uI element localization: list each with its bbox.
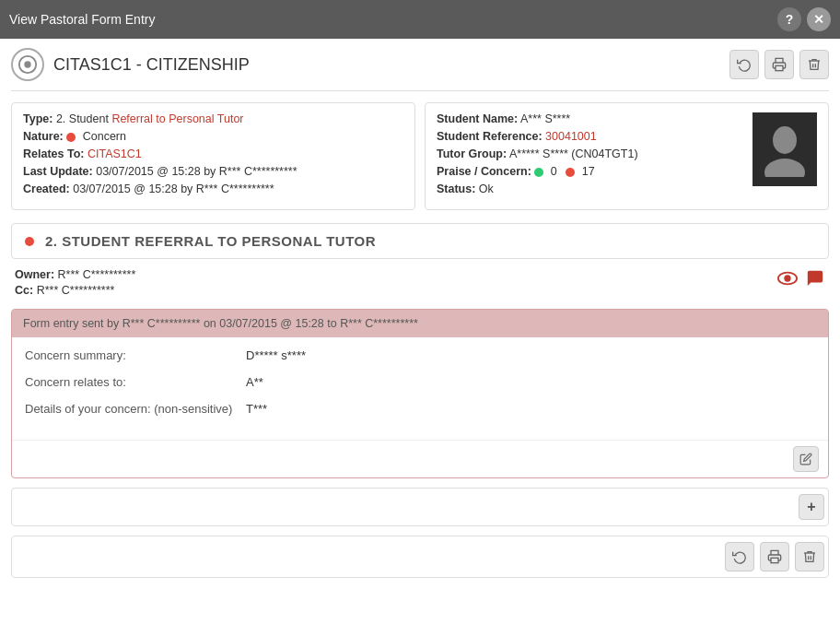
section-heading-text: 2. STUDENT REFERRAL TO PERSONAL TUTOR (45, 233, 376, 249)
owner-line: Owner: R*** C********** (15, 268, 135, 281)
owner-info: Owner: R*** C********** Cc: R*** C******… (15, 268, 135, 300)
created-value: 03/07/2015 @ 15:28 by R*** C********** (73, 183, 274, 195)
title-bar-title: View Pastoral Form Entry (9, 12, 155, 27)
bottom-history-button[interactable] (725, 542, 754, 571)
nature-value: Concern (83, 130, 126, 143)
history-button[interactable] (729, 50, 759, 79)
type-label: Type: (23, 112, 52, 125)
type-value: 2. Student Referral to Personal Tutor (56, 112, 244, 125)
owner-row: Owner: R*** C********** Cc: R*** C******… (11, 268, 829, 300)
tutor-group-label: Tutor Group: (437, 147, 507, 160)
type-link[interactable]: Referral to Personal Tutor (111, 112, 243, 125)
bottom-print-button[interactable] (760, 542, 789, 571)
owner-value: R*** C********** (58, 268, 136, 281)
info-panel-right-text: Student Name: A*** S**** Student Referen… (437, 112, 743, 200)
tutor-group-row: Tutor Group: A***** S**** (CN04TGT1) (437, 147, 743, 160)
print-button[interactable] (764, 50, 794, 79)
svg-point-7 (786, 277, 789, 280)
student-name-value: A*** S**** (520, 112, 570, 125)
info-panel-left: Type: 2. Student Referral to Personal Tu… (11, 102, 415, 210)
student-name-row: Student Name: A*** S**** (437, 112, 743, 125)
main-content: CITAS1C1 - CITIZENSHIP (0, 39, 840, 636)
svg-rect-8 (771, 558, 778, 562)
svg-point-3 (773, 126, 797, 154)
bottom-add-section: + (11, 488, 829, 526)
form-field-value-1: A** (246, 375, 263, 389)
title-bar-icons: ? ✕ (777, 7, 831, 31)
form-entry-header: Form entry sent by R*** C********** on 0… (12, 310, 828, 337)
praise-row: Praise / Concern: 0 17 (437, 165, 743, 178)
add-button[interactable]: + (799, 494, 824, 520)
praise-green-dot (534, 168, 543, 177)
bottom-toolbar (11, 536, 829, 578)
info-panels: Type: 2. Student Referral to Personal Tu… (11, 102, 829, 210)
bottom-delete-button[interactable] (795, 542, 824, 571)
tutor-group-value: A***** S**** (CN04TGT1) (509, 147, 638, 160)
form-field-label-1: Concern relates to: (25, 375, 246, 389)
relates-link[interactable]: CITAS1C1 (88, 147, 142, 160)
student-name-label: Student Name: (437, 112, 518, 125)
info-panel-right: Student Name: A*** S**** Student Referen… (425, 102, 829, 210)
svg-point-4 (764, 159, 805, 177)
relates-label: Relates To: (23, 147, 84, 160)
student-ref-value[interactable]: 30041001 (545, 130, 597, 143)
form-field-row-0: Concern summary: D***** s**** (25, 348, 815, 362)
status-value: Ok (479, 183, 494, 195)
cc-label: Cc: (15, 284, 33, 297)
owner-label: Owner: (15, 268, 54, 281)
student-photo (752, 112, 817, 186)
nature-row: Nature: Concern (23, 130, 403, 143)
lastupdate-value: 03/07/2015 @ 15:28 by R*** C********** (96, 165, 297, 178)
created-row: Created: 03/07/2015 @ 15:28 by R*** C***… (23, 183, 403, 195)
edit-button[interactable] (793, 446, 819, 472)
form-field-value-2: T*** (246, 402, 267, 416)
nature-dot (66, 133, 76, 142)
owner-icons (777, 268, 825, 291)
record-header-left: CITAS1C1 - CITIZENSHIP (11, 48, 250, 81)
svg-rect-2 (776, 65, 783, 70)
record-header: CITAS1C1 - CITIZENSHIP (11, 48, 829, 91)
status-row: Status: Ok (437, 183, 743, 195)
record-header-actions (729, 50, 829, 79)
cc-value: R*** C********** (37, 284, 115, 297)
form-field-row-2: Details of your concern: (non-sensitive)… (25, 402, 815, 416)
form-entry-box: Form entry sent by R*** C********** on 0… (11, 309, 829, 478)
record-icon (11, 48, 44, 81)
praise-label: Praise / Concern: (437, 165, 531, 178)
form-entry-footer (12, 440, 828, 477)
status-label: Status: (437, 183, 475, 195)
record-title: CITAS1C1 - CITIZENSHIP (53, 55, 250, 75)
relates-row: Relates To: CITAS1C1 (23, 147, 403, 160)
praise-red-dot (566, 168, 575, 177)
delete-button[interactable] (799, 50, 829, 79)
student-ref-label: Student Reference: (437, 130, 542, 143)
close-button[interactable]: ✕ (807, 7, 831, 31)
student-ref-row: Student Reference: 30041001 (437, 130, 743, 143)
cc-line: Cc: R*** C********** (15, 284, 135, 297)
help-button[interactable]: ? (777, 7, 801, 31)
lastupdate-row: Last Update: 03/07/2015 @ 15:28 by R*** … (23, 165, 403, 178)
praise-red-count: 17 (582, 165, 595, 178)
lastupdate-label: Last Update: (23, 165, 93, 178)
eye-icon[interactable] (777, 269, 798, 290)
created-label: Created: (23, 183, 70, 195)
nature-label: Nature: (23, 130, 64, 143)
type-row: Type: 2. Student Referral to Personal Tu… (23, 112, 403, 125)
form-field-value-0: D***** s**** (246, 348, 306, 362)
form-entry-body: Concern summary: D***** s**** Concern re… (12, 337, 828, 440)
comment-icon[interactable] (805, 268, 825, 291)
form-field-label-2: Details of your concern: (non-sensitive) (25, 402, 246, 416)
section-dot (25, 237, 34, 246)
title-bar: View Pastoral Form Entry ? ✕ (0, 0, 840, 39)
section-heading: 2. STUDENT REFERRAL TO PERSONAL TUTOR (11, 223, 829, 259)
form-field-label-0: Concern summary: (25, 348, 246, 362)
svg-point-1 (24, 61, 30, 67)
form-field-row-1: Concern relates to: A** (25, 375, 815, 389)
praise-green-count: 0 (551, 165, 557, 178)
